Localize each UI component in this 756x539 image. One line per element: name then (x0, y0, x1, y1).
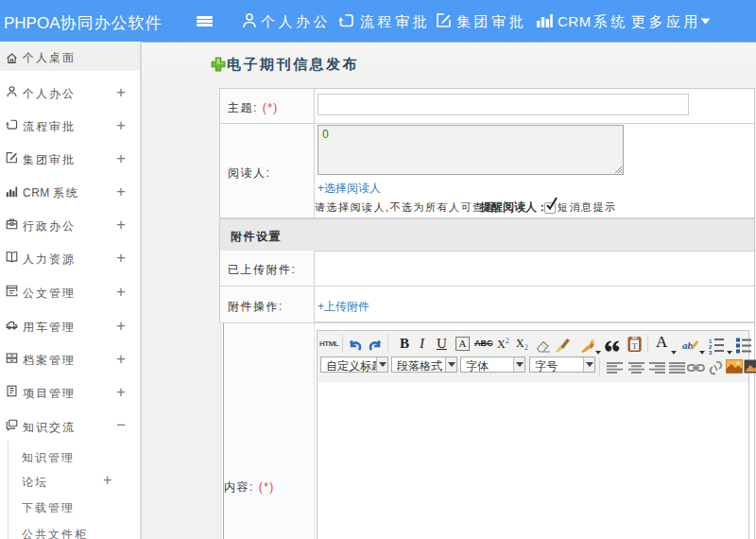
svg-text:3: 3 (709, 350, 713, 356)
svg-text:T: T (632, 341, 638, 351)
svg-text:ab: ab (682, 339, 694, 351)
